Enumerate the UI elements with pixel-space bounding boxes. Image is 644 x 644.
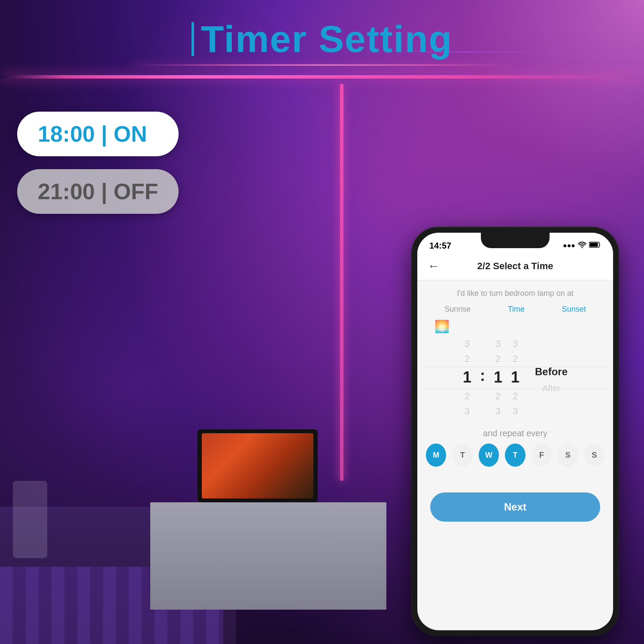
picker-hour1-3top: 3: [465, 338, 470, 350]
timer-off-time: 21:00: [38, 179, 95, 204]
page-title: Timer Setting: [201, 17, 453, 61]
repeat-label: and repeat every: [417, 422, 613, 444]
battery-icon: [589, 241, 601, 250]
timer-off-state: OFF: [113, 179, 158, 204]
picker-hour1-2bot: 2: [465, 390, 470, 403]
picker-min1-2: 2: [495, 353, 501, 365]
day-thursday[interactable]: T: [505, 444, 525, 467]
screen-title: 2/2 Select a Time: [447, 261, 584, 272]
phone-notch: [481, 233, 550, 248]
picker-opt-before: Before: [535, 365, 568, 379]
picker-column-min1[interactable]: 3 2 1 2 3: [494, 338, 502, 417]
sunset-label: Sunset: [562, 305, 586, 314]
next-button[interactable]: Next: [430, 492, 600, 522]
timer-on-time: 18:00: [38, 122, 95, 146]
timer-on-state: ON: [113, 122, 147, 146]
day-tuesday-label: T: [460, 451, 465, 460]
picker-before-after-col[interactable]: Before After: [535, 358, 568, 398]
title-bar: Timer Setting: [191, 17, 453, 61]
picker-min1-3top: 3: [495, 338, 501, 350]
phone-container: 14:57 ●●●: [412, 228, 618, 635]
time-label: Time: [508, 305, 525, 314]
day-sunday[interactable]: S: [584, 444, 605, 467]
picker-min1-1: 1: [494, 368, 502, 388]
sunrise-label: Sunrise: [444, 305, 471, 314]
picker-column-min2[interactable]: 3 2 1 2 3: [511, 338, 519, 417]
day-friday-label: F: [539, 451, 544, 460]
sunrise-icon-row: 🌅: [417, 318, 613, 334]
back-button[interactable]: ←: [428, 259, 440, 273]
app-header: ← 2/2 Select a Time: [417, 254, 613, 280]
picker-min2-2bot: 2: [513, 390, 518, 403]
picker-hour1-2: 2: [465, 353, 470, 365]
svg-rect-1: [590, 243, 598, 247]
title-divider-bar: [191, 22, 194, 56]
phone-outer: 14:57 ●●●: [412, 228, 618, 635]
timer-badge-off: 21:00 | OFF: [17, 169, 179, 214]
day-tuesday[interactable]: T: [452, 444, 472, 467]
timer-badge-on: 18:00 | ON: [17, 112, 179, 156]
timer-badges: 18:00 | ON 21:00 | OFF: [17, 112, 179, 214]
sunrise-icon: 🌅: [434, 319, 450, 334]
day-saturday[interactable]: S: [558, 444, 578, 467]
signal-icon: ●●●: [563, 242, 575, 249]
picker-hour1-3bot: 3: [465, 405, 470, 418]
day-monday-label: M: [433, 451, 439, 460]
wifi-icon: [578, 241, 586, 250]
picker-min1-3bot: 3: [495, 405, 501, 418]
picker-hour1-1: 1: [463, 368, 471, 388]
timer-on-separator: |: [101, 122, 113, 146]
day-friday[interactable]: F: [532, 444, 552, 467]
title-section: Timer Setting: [0, 0, 644, 61]
day-wednesday-label: W: [485, 451, 492, 460]
day-wednesday[interactable]: W: [479, 444, 499, 467]
status-time: 14:57: [429, 241, 451, 251]
picker-separator: :: [480, 367, 485, 385]
scroll-picker-area[interactable]: 3 2 1 2 3 : 3 2 1 2 3: [417, 334, 613, 422]
status-icons: ●●●: [563, 241, 601, 250]
picker-opt-after: After: [542, 382, 560, 394]
day-sunday-label: S: [592, 451, 597, 460]
subtitle-text: I'd like to turn bedroom lamp on at: [417, 280, 613, 301]
spacer: [417, 475, 613, 484]
picker-min2-2: 2: [513, 353, 518, 365]
timer-off-separator: |: [101, 179, 113, 204]
day-monday[interactable]: M: [426, 444, 446, 467]
picker-min2-1: 1: [511, 368, 519, 388]
picker-labels-row: Sunrise Time Sunset: [417, 301, 613, 318]
next-button-area: Next: [417, 484, 613, 535]
picker-min2-3top: 3: [513, 338, 518, 350]
day-saturday-label: S: [565, 451, 571, 460]
picker-min2-3bot: 3: [513, 405, 518, 418]
days-row: M T W T F S: [417, 444, 613, 475]
picker-min1-2bot: 2: [495, 390, 501, 403]
phone-screen: 14:57 ●●●: [417, 233, 613, 630]
day-thursday-label: T: [513, 451, 517, 460]
picker-column-hour1[interactable]: 3 2 1 2 3: [463, 338, 471, 417]
main-content: Timer Setting 18:00 | ON 21:00 | OFF 14:…: [0, 0, 644, 644]
